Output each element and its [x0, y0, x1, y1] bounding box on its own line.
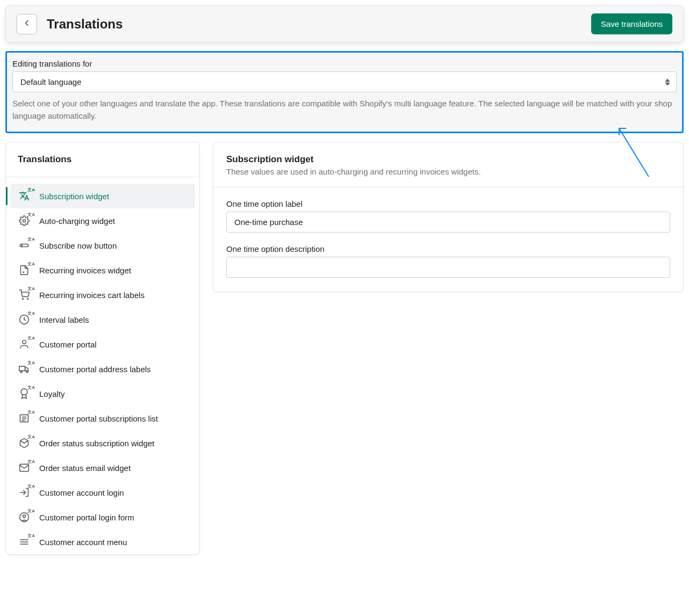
one-time-label-label: One time option label [226, 199, 670, 208]
menu-icon: 文A [18, 536, 31, 548]
sidebar-item-label: Recurring invoices widget [39, 266, 131, 275]
sidebar-item-label: Order status subscription widget [39, 439, 154, 448]
sidebar-item-customer-portal-login-form[interactable]: 文ACustomer portal login form [6, 505, 199, 530]
editor-subtitle: These values are used in auto-charging a… [226, 167, 670, 176]
sidebar-item-label: Customer portal [39, 340, 97, 349]
login-icon: 文A [18, 487, 31, 498]
svg-point-19 [23, 515, 26, 518]
list-icon: 文A [18, 412, 31, 424]
sidebar-item-label: Subscribe now button [39, 241, 117, 250]
translate-icon: 文A [18, 190, 31, 202]
sidebar-item-recurring-invoices-widget[interactable]: 文ARecurring invoices widget [6, 258, 199, 282]
svg-point-9 [20, 371, 22, 372]
svg-point-11 [21, 389, 27, 395]
cart-icon: 文A [18, 289, 31, 301]
language-select[interactable]: Default language [12, 71, 677, 92]
save-translations-button[interactable]: Save translations [591, 13, 672, 34]
one-time-label-input[interactable] [226, 212, 670, 233]
language-selector-box: Editing translations for Default languag… [5, 51, 684, 133]
one-time-desc-label: One time option description [226, 244, 670, 253]
sidebar-item-label: Customer portal address labels [39, 365, 151, 374]
svg-point-1 [23, 220, 26, 222]
gear-icon: 文A [18, 215, 31, 227]
sidebar-item-label: Interval labels [39, 315, 89, 324]
button-icon: 文A [18, 240, 31, 251]
person-icon: 文A [18, 338, 31, 350]
sidebar-item-label: Customer portal login form [39, 513, 134, 522]
sidebar-item-auto-charging-widget[interactable]: 文AAuto-charging widget [6, 208, 199, 233]
page-header: Translations Save translations [5, 5, 684, 42]
svg-point-3 [21, 245, 23, 246]
sidebar-item-order-status-email-widget[interactable]: 文AOrder status email widget [6, 455, 199, 480]
svg-point-7 [23, 340, 26, 344]
sidebar-item-label: Customer account login [39, 488, 124, 497]
sidebar-heading: Translations [6, 142, 199, 177]
sidebar-item-loyalty[interactable]: 文ALoyalty [6, 381, 199, 406]
language-select-label: Editing translations for [12, 59, 677, 68]
sidebar-item-recurring-invoices-cart-labels[interactable]: 文ARecurring invoices cart labels [6, 282, 199, 307]
sidebar-item-customer-account-menu[interactable]: 文ACustomer account menu [6, 530, 199, 554]
sidebar-item-interval-labels[interactable]: 文AInterval labels [6, 307, 199, 332]
one-time-desc-input[interactable] [226, 257, 670, 278]
truck-icon: 文A [18, 363, 31, 375]
sidebar-item-order-status-subscription-widget[interactable]: 文AOrder status subscription widget [6, 431, 199, 455]
back-button[interactable] [17, 14, 37, 34]
sidebar-item-label: Order status email widget [39, 463, 131, 473]
translation-editor: Subscription widget These values are use… [213, 142, 684, 292]
translations-sidebar: Translations 文ASubscription widget文AAuto… [5, 142, 200, 555]
sidebar-item-customer-portal-address-labels[interactable]: 文ACustomer portal address labels [6, 357, 199, 381]
arrow-left-icon [22, 18, 32, 30]
form-icon: 文A [18, 511, 31, 523]
sidebar-item-customer-account-login[interactable]: 文ACustomer account login [6, 480, 199, 505]
sidebar-item-customer-portal[interactable]: 文ACustomer portal [6, 332, 199, 357]
editor-title: Subscription widget [226, 154, 670, 165]
page-title: Translations [47, 17, 123, 32]
sidebar-item-customer-portal-subscriptions-list[interactable]: 文ACustomer portal subscriptions list [6, 406, 199, 431]
sidebar-item-label: Customer portal subscriptions list [39, 414, 158, 423]
badge-icon: 文A [18, 388, 31, 400]
mail-icon: 文A [18, 462, 31, 474]
sidebar-item-label: Auto-charging widget [39, 216, 115, 226]
invoice-icon: 文A [18, 264, 31, 276]
sidebar-item-subscribe-now-button[interactable]: 文ASubscribe now button [6, 233, 199, 258]
svg-rect-8 [19, 366, 25, 371]
sidebar-item-label: Subscription widget [39, 192, 109, 201]
svg-point-10 [26, 371, 28, 372]
sidebar-item-label: Loyalty [39, 389, 65, 398]
svg-point-4 [23, 299, 24, 300]
sidebar-item-subscription-widget[interactable]: 文ASubscription widget [10, 184, 195, 208]
svg-point-5 [27, 299, 28, 300]
language-help-text: Select one of your other languages and t… [12, 98, 677, 122]
package-icon: 文A [18, 437, 31, 449]
sidebar-item-label: Recurring invoices cart labels [39, 291, 145, 300]
sidebar-item-label: Customer account menu [39, 538, 127, 547]
clock-icon: 文A [18, 314, 31, 325]
